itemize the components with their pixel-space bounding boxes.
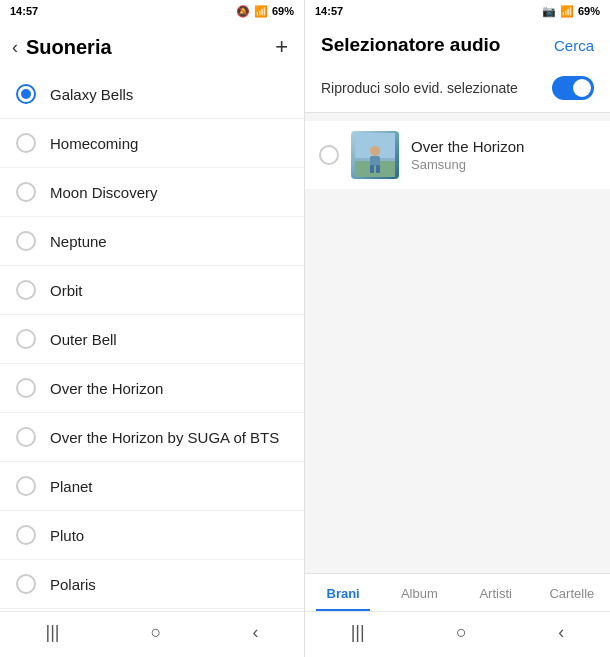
song-radio[interactable] [319,145,339,165]
nav-menu-icon[interactable]: ||| [46,622,60,643]
toggle-switch[interactable] [552,76,594,100]
ringtone-name: Homecoming [50,135,138,152]
list-item[interactable]: Galaxy Bells [0,70,304,119]
song-thumbnail [351,131,399,179]
radio-polaris[interactable] [16,574,36,594]
radio-outer-bell[interactable] [16,329,36,349]
ringtone-name: Outer Bell [50,331,117,348]
svg-point-3 [370,146,380,156]
right-time: 14:57 [315,5,343,17]
mute-icon: 🔕 [236,5,250,18]
radio-galaxy-bells[interactable] [16,84,36,104]
add-ringtone-button[interactable]: + [275,34,288,60]
nav-back-icon[interactable]: ‹ [252,622,258,643]
radio-orbit[interactable] [16,280,36,300]
ringtone-name: Over the Horizon by SUGA of BTS [50,429,279,446]
svg-rect-4 [370,156,380,166]
radio-moon-discovery[interactable] [16,182,36,202]
left-status-bar: 14:57 🔕 📶 69% [0,0,304,22]
left-header: ‹ Suoneria + [0,22,304,70]
right-nav-home-icon[interactable]: ○ [456,622,467,643]
list-item[interactable]: Moon Discovery [0,168,304,217]
ringtone-name: Planet [50,478,93,495]
right-nav-menu-icon[interactable]: ||| [351,622,365,643]
list-item[interactable]: Neptune [0,217,304,266]
radio-planet[interactable] [16,476,36,496]
ringtone-name: Galaxy Bells [50,86,133,103]
left-header-left: ‹ Suoneria [12,36,112,59]
list-item[interactable]: Over the Horizon by SUGA of BTS [0,413,304,462]
tab-brani[interactable]: Brani [305,574,381,611]
tab-album[interactable]: Album [381,574,457,611]
list-item[interactable]: Orbit [0,266,304,315]
wifi-icon-right: 📶 [560,5,574,18]
left-nav-bar: ||| ○ ‹ [0,611,304,657]
list-item[interactable]: Planet [0,462,304,511]
right-status-icons: 📷 📶 69% [542,5,600,18]
radio-neptune[interactable] [16,231,36,251]
radio-over-horizon-bts[interactable] [16,427,36,447]
battery-right: 69% [578,5,600,17]
right-panel: 14:57 📷 📶 69% Selezionatore audio Cerca … [305,0,610,657]
audio-tabs: Brani Album Artisti Cartelle [305,573,610,611]
album-art-svg [355,133,395,177]
tab-artisti[interactable]: Artisti [458,574,534,611]
ringtone-name: Moon Discovery [50,184,158,201]
left-panel: 14:57 🔕 📶 69% ‹ Suoneria + Galaxy Bells … [0,0,305,657]
ringtone-name: Polaris [50,576,96,593]
list-item[interactable]: Over the Horizon [0,364,304,413]
ringtone-name: Orbit [50,282,83,299]
back-button[interactable]: ‹ [12,37,18,58]
right-nav-bar: ||| ○ ‹ [305,611,610,657]
radio-homecoming[interactable] [16,133,36,153]
svg-rect-6 [376,165,380,173]
ringtone-list: Galaxy Bells Homecoming Moon Discovery N… [0,70,304,611]
left-panel-title: Suoneria [26,36,112,59]
radio-pluto[interactable] [16,525,36,545]
svg-rect-5 [370,165,374,173]
search-button[interactable]: Cerca [554,37,594,54]
song-title: Over the Horizon [411,138,596,155]
radio-over-horizon[interactable] [16,378,36,398]
list-item[interactable]: Polaris [0,560,304,609]
song-info: Over the Horizon Samsung [411,138,596,172]
list-item[interactable]: Pluto [0,511,304,560]
song-artist: Samsung [411,157,596,172]
left-time: 14:57 [10,5,38,17]
ringtone-name: Over the Horizon [50,380,163,397]
right-status-bar: 14:57 📷 📶 69% [305,0,610,22]
right-nav-back-icon[interactable]: ‹ [558,622,564,643]
list-item[interactable]: Homecoming [0,119,304,168]
wifi-icon: 📶 [254,5,268,18]
ringtone-name: Pluto [50,527,84,544]
battery-left: 69% [272,5,294,17]
right-header: Selezionatore audio Cerca [305,22,610,66]
right-panel-title: Selezionatore audio [321,34,500,56]
song-list: Over the Horizon Samsung [305,113,610,573]
tab-cartelle[interactable]: Cartelle [534,574,610,611]
left-status-icons: 🔕 📶 69% [236,5,294,18]
toggle-label: Riproduci solo evid. selezionate [321,80,518,96]
camera-icon: 📷 [542,5,556,18]
album-art [351,131,399,179]
ringtone-name: Neptune [50,233,107,250]
toggle-row: Riproduci solo evid. selezionate [305,66,610,113]
list-item[interactable]: Outer Bell [0,315,304,364]
nav-home-icon[interactable]: ○ [151,622,162,643]
song-item[interactable]: Over the Horizon Samsung [305,121,610,189]
